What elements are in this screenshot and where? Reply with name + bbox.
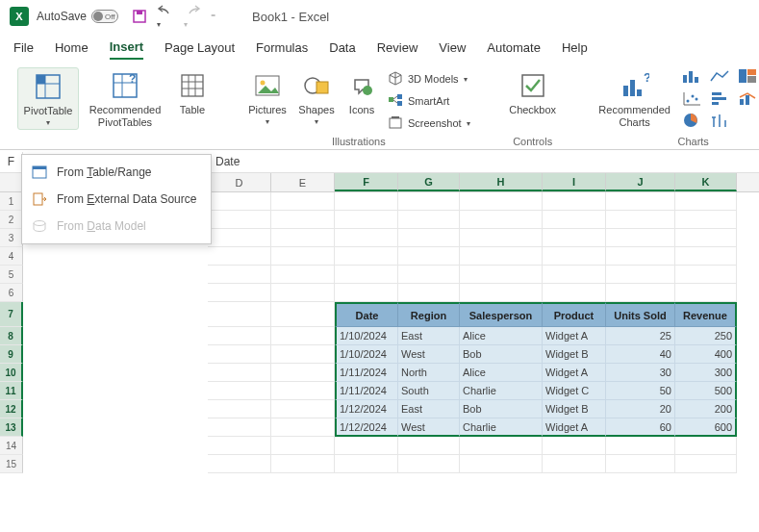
table-cell[interactable]: Charlie xyxy=(460,382,543,400)
screenshot-button[interactable]: Screenshot▾ xyxy=(385,114,473,133)
cell[interactable] xyxy=(606,192,675,211)
row-header-6[interactable]: 6 xyxy=(0,284,23,302)
col-header-f[interactable]: F xyxy=(335,173,398,191)
table-cell[interactable]: 60 xyxy=(606,418,675,437)
3d-models-button[interactable]: 3D Models▾ xyxy=(385,69,473,89)
row-header-11[interactable]: 11 xyxy=(0,382,23,400)
cell[interactable] xyxy=(271,345,335,364)
cell[interactable] xyxy=(675,284,737,302)
cell[interactable] xyxy=(606,229,675,247)
save-icon[interactable] xyxy=(132,9,147,24)
cell[interactable] xyxy=(543,192,606,211)
table-cell[interactable]: 1/11/2024 xyxy=(335,364,398,382)
table-cell[interactable]: Widget B xyxy=(543,400,606,418)
cell[interactable] xyxy=(675,437,737,455)
table-button[interactable]: Table xyxy=(171,67,214,118)
col-header-i[interactable]: I xyxy=(543,173,606,191)
cell[interactable] xyxy=(543,266,606,284)
cell[interactable] xyxy=(460,211,543,229)
cell[interactable] xyxy=(606,211,675,229)
table-cell[interactable]: South xyxy=(398,382,460,400)
cell[interactable] xyxy=(208,302,271,327)
tab-automate[interactable]: Automate xyxy=(487,37,541,59)
row-header-15[interactable]: 15 xyxy=(0,455,23,473)
row-header-4[interactable]: 4 xyxy=(0,247,23,266)
cell[interactable] xyxy=(335,266,398,284)
row-header-7[interactable]: 7 xyxy=(0,302,23,327)
cell[interactable] xyxy=(675,192,737,211)
cell[interactable] xyxy=(606,455,675,473)
icons-button[interactable]: Icons xyxy=(342,67,381,118)
cell[interactable] xyxy=(271,284,335,302)
pie-chart-button[interactable] xyxy=(681,112,706,131)
cell[interactable] xyxy=(606,266,675,284)
cell[interactable] xyxy=(208,192,271,211)
undo-icon[interactable]: ▾ xyxy=(157,3,174,30)
cell[interactable] xyxy=(271,192,335,211)
cell[interactable] xyxy=(543,229,606,247)
customize-qat-icon[interactable]: ⁼ xyxy=(211,12,215,22)
cell[interactable] xyxy=(208,211,271,229)
cell[interactable] xyxy=(335,229,398,247)
cell[interactable] xyxy=(398,455,460,473)
cell[interactable] xyxy=(271,229,335,247)
table-header-1[interactable]: Region xyxy=(398,302,460,327)
cell[interactable] xyxy=(208,284,271,302)
tab-review[interactable]: Review xyxy=(377,37,418,59)
table-header-5[interactable]: Revenue xyxy=(675,302,737,327)
table-cell[interactable]: 500 xyxy=(675,382,737,400)
table-cell[interactable]: 300 xyxy=(675,364,737,382)
row-header-8[interactable]: 8 xyxy=(0,327,23,345)
cell[interactable] xyxy=(543,284,606,302)
more-charts-button[interactable] xyxy=(737,112,759,131)
cell[interactable] xyxy=(335,284,398,302)
cell[interactable] xyxy=(675,266,737,284)
table-cell[interactable]: 1/12/2024 xyxy=(335,400,398,418)
table-header-3[interactable]: Product xyxy=(543,302,606,327)
table-cell[interactable]: 250 xyxy=(675,327,737,345)
tab-formulas[interactable]: Formulas xyxy=(256,37,308,59)
cell[interactable] xyxy=(460,247,543,266)
cell[interactable] xyxy=(208,327,271,345)
tab-data[interactable]: Data xyxy=(329,37,355,59)
cell[interactable] xyxy=(208,345,271,364)
name-box[interactable]: F xyxy=(0,152,23,171)
cell[interactable] xyxy=(271,266,335,284)
table-cell[interactable]: 20 xyxy=(606,400,675,418)
col-header-k[interactable]: K xyxy=(675,173,737,191)
row-header-5[interactable]: 5 xyxy=(0,266,23,284)
pictures-button[interactable]: Pictures▾ xyxy=(244,67,291,128)
cell[interactable] xyxy=(271,211,335,229)
col-header-h[interactable]: H xyxy=(460,173,543,191)
row-header-2[interactable]: 2 xyxy=(0,211,23,229)
table-header-0[interactable]: Date xyxy=(335,302,398,327)
row-header-9[interactable]: 9 xyxy=(0,345,23,364)
cell[interactable] xyxy=(460,437,543,455)
line-chart-button[interactable] xyxy=(709,67,734,87)
table-cell[interactable]: Alice xyxy=(460,364,543,382)
table-cell[interactable]: 1/12/2024 xyxy=(335,418,398,437)
select-all-corner[interactable] xyxy=(0,173,23,191)
cell[interactable] xyxy=(606,437,675,455)
redo-icon[interactable]: ▾ xyxy=(184,3,201,30)
cell[interactable] xyxy=(398,284,460,302)
from-table-range-item[interactable]: From Table/Range xyxy=(22,159,211,186)
tab-insert[interactable]: Insert xyxy=(110,36,143,60)
bar-chart-button[interactable] xyxy=(709,89,734,109)
col-header-j[interactable]: J xyxy=(606,173,675,191)
checkbox-button[interactable]: Checkbox xyxy=(504,67,562,118)
cell[interactable] xyxy=(398,247,460,266)
table-cell[interactable]: 400 xyxy=(675,345,737,364)
row-header-1[interactable]: 1 xyxy=(0,192,23,211)
cell[interactable] xyxy=(208,400,271,418)
cell[interactable] xyxy=(271,437,335,455)
cell[interactable] xyxy=(208,455,271,473)
cell[interactable] xyxy=(543,455,606,473)
cell[interactable] xyxy=(398,229,460,247)
cell[interactable] xyxy=(543,247,606,266)
shapes-button[interactable]: Shapes▾ xyxy=(294,67,339,128)
cell[interactable] xyxy=(335,455,398,473)
cell[interactable] xyxy=(271,400,335,418)
cell[interactable] xyxy=(606,247,675,266)
cell[interactable] xyxy=(460,192,543,211)
